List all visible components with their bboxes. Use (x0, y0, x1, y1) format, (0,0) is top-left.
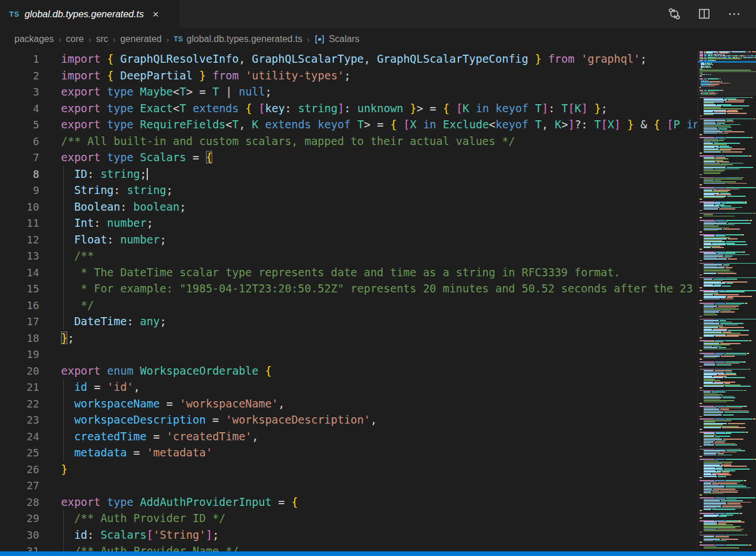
code-line[interactable]: 5export type RequireFields<T, K extends … (0, 116, 697, 133)
line-number[interactable]: 18 (0, 330, 39, 347)
line-number[interactable]: 25 (0, 445, 39, 462)
indent-guide (63, 199, 64, 215)
code-line[interactable]: 20export enum WorkspaceOrderable { (0, 363, 697, 379)
compare-changes-icon (668, 7, 681, 20)
line-number[interactable]: 7 (0, 150, 39, 166)
line-number[interactable]: 2 (0, 68, 39, 85)
breadcrumb-item-core[interactable]: core (66, 34, 84, 44)
line-number[interactable]: 28 (0, 494, 39, 511)
line-number[interactable]: 1 (0, 51, 39, 68)
line-number[interactable]: 30 (0, 527, 39, 544)
code-line[interactable]: 11 Int: number; (0, 215, 697, 231)
indent-guide (63, 428, 64, 445)
code-line[interactable]: 30 id: Scalars['String']; (0, 527, 697, 543)
indent-guide (63, 182, 64, 199)
line-number[interactable]: 10 (0, 199, 39, 216)
text-cursor (147, 168, 148, 180)
more-actions-button[interactable]: ⋯ (728, 6, 741, 21)
code-line[interactable]: 24 createdTime = 'createdTime', (0, 428, 697, 445)
indent-guide (63, 510, 64, 527)
code-line[interactable]: 2import { DeepPartial } from 'utility-ty… (0, 67, 697, 84)
code-line[interactable]: 25 metadata = 'metadata' (0, 444, 697, 461)
code-lines: 1import { GraphQLResolveInfo, GraphQLSca… (0, 51, 697, 551)
code-line[interactable]: 13 /** (0, 247, 697, 264)
indent-guide (63, 379, 64, 395)
code-line[interactable]: 26} (0, 461, 697, 478)
breadcrumb-item-scalars-symbol[interactable]: Scalars (314, 34, 359, 45)
code-line[interactable]: 14 * The DateTime scalar type represents… (0, 264, 697, 281)
code-line[interactable]: 23 workspaceDescription = 'workspaceDesc… (0, 412, 697, 428)
indent-guide (63, 280, 64, 297)
line-number[interactable]: 22 (0, 396, 39, 413)
code-line[interactable]: 4export type Exact<T extends { [key: str… (0, 100, 697, 117)
code-line[interactable]: 1import { GraphQLResolveInfo, GraphQLSca… (0, 51, 697, 67)
line-number[interactable]: 5 (0, 117, 39, 134)
breadcrumb-item-packages[interactable]: packages (14, 34, 54, 44)
code-line[interactable]: 7export type Scalars = { (0, 149, 697, 166)
code-line[interactable]: 31 /** Auth Provider Name */ (0, 543, 697, 551)
indent-guide (63, 215, 64, 231)
line-number[interactable]: 3 (0, 84, 39, 101)
line-number[interactable]: 4 (0, 101, 39, 117)
breadcrumb-symbol-label: Scalars (329, 34, 359, 44)
breadcrumb-file-label: global.db.types.generated.ts (186, 34, 302, 44)
code-line[interactable]: 18}; (0, 330, 697, 346)
code-line[interactable]: 15 * For example: "1985-04-12T23:20:50.5… (0, 280, 697, 297)
line-number[interactable]: 15 (0, 281, 39, 298)
code-line[interactable]: 6/** All built-in and custom scalars, ma… (0, 133, 697, 150)
code-line[interactable]: 19 (0, 346, 697, 363)
typescript-file-icon: TS (174, 35, 183, 43)
breadcrumb-separator: › (166, 35, 170, 44)
code-editor[interactable]: 1import { GraphQLResolveInfo, GraphQLSca… (0, 51, 697, 551)
open-changes-button[interactable] (668, 7, 681, 20)
line-number[interactable]: 6 (0, 134, 39, 150)
breadcrumb-separator: › (58, 35, 62, 44)
line-number[interactable]: 21 (0, 379, 39, 396)
line-number[interactable]: 26 (0, 462, 39, 478)
tab-global-db-types[interactable]: TS global.db.types.generated.ts × (0, 0, 180, 28)
line-number[interactable]: 12 (0, 232, 39, 249)
indent-guide (63, 395, 64, 412)
split-editor-button[interactable] (698, 7, 711, 20)
code-line[interactable]: 16 */ (0, 297, 697, 314)
code-line[interactable]: 12 Float: number; (0, 231, 697, 248)
code-line[interactable]: 3export type Maybe<T> = T | null; (0, 83, 697, 100)
code-line[interactable]: 27 (0, 477, 697, 494)
line-number[interactable]: 14 (0, 265, 39, 281)
breadcrumb-item-generated[interactable]: generated (120, 34, 162, 44)
breadcrumb: packages › core › src › generated › TS g… (0, 28, 756, 51)
line-number[interactable]: 20 (0, 363, 39, 380)
code-line[interactable]: 10 Boolean: boolean; (0, 199, 697, 215)
minimap-content (698, 51, 756, 549)
minimap[interactable] (697, 51, 756, 551)
line-number[interactable]: 11 (0, 215, 39, 232)
code-line[interactable]: 8 ID: string; (0, 166, 697, 182)
line-number[interactable]: 17 (0, 314, 39, 330)
indent-guide (63, 412, 64, 428)
code-line[interactable]: 22 workspaceName = 'workspaceName', (0, 395, 697, 412)
code-line[interactable]: 9 String: string; (0, 182, 697, 199)
code-line[interactable]: 29 /** Auth Provider ID */ (0, 510, 697, 527)
close-icon[interactable]: × (152, 9, 159, 20)
symbol-field-icon (314, 34, 325, 45)
code-line[interactable]: 28export type AddAuthProviderInput = { (0, 494, 697, 511)
line-number[interactable]: 8 (0, 166, 39, 183)
line-number[interactable]: 9 (0, 182, 39, 199)
indent-guide (63, 297, 64, 314)
breadcrumb-item-src[interactable]: src (96, 34, 108, 44)
typescript-file-icon: TS (9, 10, 20, 18)
indent-guide (63, 527, 64, 543)
line-number[interactable]: 27 (0, 478, 39, 494)
line-number[interactable]: 29 (0, 511, 39, 527)
breadcrumb-item-file[interactable]: TS global.db.types.generated.ts (174, 34, 302, 44)
line-number[interactable]: 16 (0, 298, 39, 314)
line-number[interactable]: 13 (0, 248, 39, 265)
line-number[interactable]: 31 (0, 543, 39, 551)
indent-guide (63, 247, 64, 264)
line-number[interactable]: 19 (0, 346, 39, 363)
code-line[interactable]: 17 DateTime: any; (0, 313, 697, 330)
line-number[interactable]: 23 (0, 412, 39, 429)
line-number[interactable]: 24 (0, 429, 39, 445)
indent-guide (63, 543, 64, 551)
code-line[interactable]: 21 id = 'id', (0, 379, 697, 395)
